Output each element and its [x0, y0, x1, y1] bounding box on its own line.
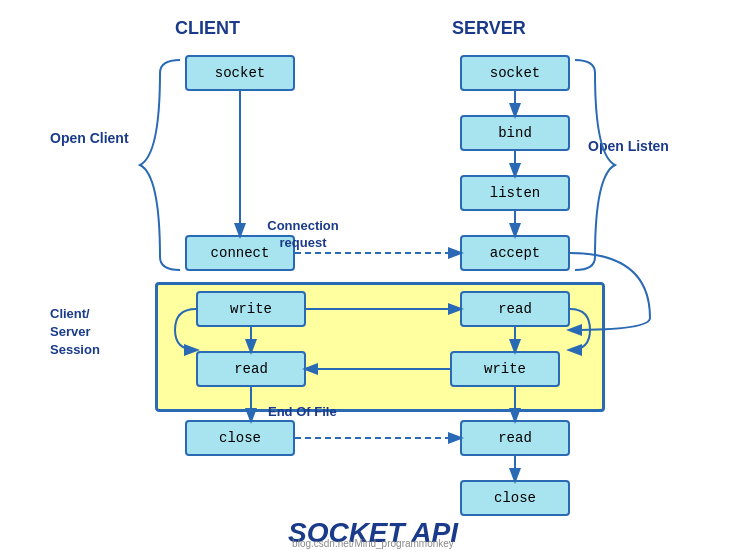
client-server-session-label: Client/ServerSession: [50, 305, 100, 360]
client-header: CLIENT: [175, 18, 240, 39]
server-header: SERVER: [452, 18, 526, 39]
end-of-file-label: End Of File: [268, 404, 337, 419]
client-socket-box: socket: [185, 55, 295, 91]
server-socket-box: socket: [460, 55, 570, 91]
arrows-svg: [0, 0, 746, 559]
footer-url: blog.csdn.net/Mind_programmonkey: [0, 502, 746, 549]
server-read2-box: read: [460, 420, 570, 456]
server-accept-box: accept: [460, 235, 570, 271]
server-write-box: write: [450, 351, 560, 387]
server-bind-box: bind: [460, 115, 570, 151]
client-close-box: close: [185, 420, 295, 456]
client-write-box: write: [196, 291, 306, 327]
client-read-box: read: [196, 351, 306, 387]
server-listen-box: listen: [460, 175, 570, 211]
open-client-label: Open Client: [50, 130, 129, 146]
open-listen-label: Open Listen: [588, 138, 669, 154]
server-read-box: read: [460, 291, 570, 327]
connection-request-label: Connectionrequest: [258, 218, 348, 252]
diagram-container: CLIENT SERVER socket socket bind listen …: [0, 0, 746, 559]
